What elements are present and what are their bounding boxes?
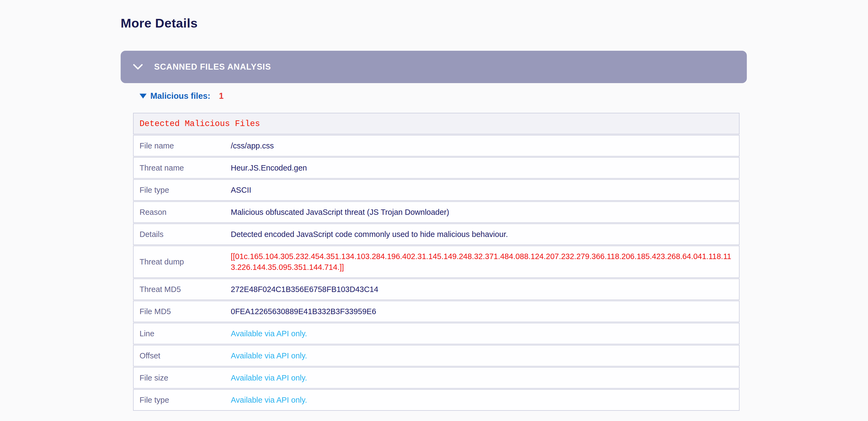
table-row-threat-name: Threat name Heur.JS.Encoded.gen <box>133 157 740 179</box>
row-value: Malicious obfuscated JavaScript threat (… <box>231 207 739 218</box>
row-label: Threat name <box>133 164 231 172</box>
row-label: File MD5 <box>133 307 231 316</box>
table-row-file-size: File size Available via API only. <box>133 367 740 389</box>
row-label: File size <box>133 374 231 382</box>
malicious-files-label: Malicious files: <box>150 91 210 101</box>
row-value: /css/app.css <box>231 140 739 151</box>
row-label: File type <box>133 186 231 195</box>
row-label: Offset <box>133 351 231 360</box>
row-label: Threat MD5 <box>133 285 231 294</box>
row-value: Available via API only. <box>231 394 739 406</box>
section-header-label: SCANNED FILES ANALYSIS <box>154 62 271 72</box>
table-row-file-md5: File MD5 0FEA12265630889E41B332B3F33959E… <box>133 301 740 322</box>
table-row-threat-dump: Threat dump [[01c.165.104.305.232.454.35… <box>133 246 740 278</box>
table-row-offset: Offset Available via API only. <box>133 345 740 366</box>
row-value: ASCII <box>231 185 739 195</box>
table-caption: Detected Malicious Files <box>133 119 260 128</box>
table-row-details: Details Detected encoded JavaScript code… <box>133 223 740 245</box>
row-label: Reason <box>133 208 231 217</box>
malicious-files-table: Detected Malicious Files File name /css/… <box>133 113 740 411</box>
page-title: More Details <box>121 15 197 31</box>
row-label: File type <box>133 396 231 404</box>
table-row-file-name: File name /css/app.css <box>133 135 740 157</box>
row-label: Details <box>133 230 231 239</box>
row-value: 0FEA12265630889E41B332B3F33959E6 <box>231 306 739 317</box>
row-value: [[01c.165.104.305.232.454.351.134.103.28… <box>231 251 739 272</box>
row-label: File name <box>133 141 231 150</box>
malicious-files-toggle[interactable]: Malicious files: 1 <box>140 91 223 101</box>
row-value: Available via API only. <box>231 328 739 339</box>
table-row-file-type-2: File type Available via API only. <box>133 389 740 411</box>
table-caption-row: Detected Malicious Files <box>133 113 740 134</box>
row-value: Detected encoded JavaScript code commonl… <box>231 229 739 240</box>
table-row-file-type: File type ASCII <box>133 179 740 201</box>
section-header-scanned-files-analysis[interactable]: SCANNED FILES ANALYSIS <box>121 51 747 83</box>
table-row-threat-md5: Threat MD5 272E48F024C1B356E6758FB103D43… <box>133 279 740 300</box>
page: More Details SCANNED FILES ANALYSIS Mali… <box>0 0 868 421</box>
row-value: Heur.JS.Encoded.gen <box>231 162 739 173</box>
row-value: Available via API only. <box>231 350 739 361</box>
row-value: 272E48F024C1B356E6758FB103D43C14 <box>231 284 739 295</box>
malicious-files-count: 1 <box>219 91 223 101</box>
row-value: Available via API only. <box>231 373 739 383</box>
table-row-line: Line Available via API only. <box>133 323 740 344</box>
row-label: Threat dump <box>133 257 231 266</box>
row-label: Line <box>133 329 231 338</box>
triangle-down-icon <box>140 94 147 98</box>
chevron-down-icon <box>133 64 143 70</box>
table-row-reason: Reason Malicious obfuscated JavaScript t… <box>133 201 740 223</box>
